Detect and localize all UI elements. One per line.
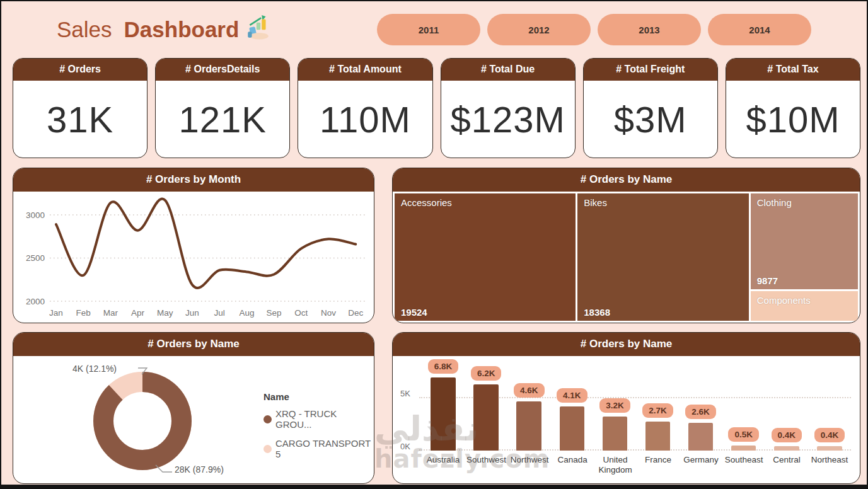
bar-value-label: 0.5K [728,427,759,442]
donut-callout-large-slice: 28K (87.9%) [175,464,224,475]
page-title-light: Sales [57,17,112,42]
legend-item-cargo-transport-5[interactable]: CARGO TRANSPORT 5 [263,438,374,459]
orders-by-month-line-chart: 300025002000JanFebMarAprMayJunJulAugSepO… [13,192,374,323]
svg-text:Jun: Jun [185,308,199,318]
bar-category-axis: AustraliaSouthwestNorthwestCanadaUnited … [422,455,851,475]
bar-value-label: 0.4K [814,428,845,442]
donut-legend: Name XRQ - TRUCK GROU... CARGO TRANSPORT… [263,391,374,468]
legend-dot-icon [263,415,272,423]
svg-text:Oct: Oct [294,308,308,318]
line-chart-title: # Orders by Month [13,168,374,192]
kpi-label: # Total Freight [584,59,717,81]
year-filter-group: 2011 2012 2013 2014 [377,14,811,45]
treemap-body: Accessories19524Bikes18368Clothing9877Co… [393,192,860,323]
bar-value-label: 4.6K [514,383,545,398]
kpi-card-orders: # Orders 31K [13,58,148,158]
bar-category-label: Canada [551,455,594,475]
kpi-card-total-tax: # Total Tax $10M [726,58,860,158]
svg-text:Aug: Aug [239,308,254,318]
treemap-block-value: 18368 [584,307,742,318]
bar-category-label: Germany [680,455,722,475]
bar-chart-panel: # Orders by Name 5K 0K 6.8K6.2K4.6K4.1K3… [392,332,860,484]
svg-text:3000: 3000 [26,210,45,220]
year-filter-2013[interactable]: 2013 [598,14,701,45]
kpi-card-ordersdetails: # OrdersDetails 121K [155,58,290,158]
bar-value-label: 0.4K [772,428,802,442]
bar-group-southeast: 0.5K [722,359,765,451]
line-chart-panel: # Orders by Month 300025002000JanFebMarA… [13,168,374,323]
line-chart-body: 300025002000JanFebMarAprMayJunJulAugSepO… [13,192,374,323]
kpi-row: # Orders 31K # OrdersDetails 121K # Tota… [1,58,867,158]
bar-group-germany: 2.6K [680,359,722,451]
donut-ring[interactable] [83,361,202,481]
bar-category-label: Australia [422,455,465,475]
bar-category-label: Northwest [508,455,551,475]
svg-text:Jan: Jan [49,308,63,318]
kpi-card-total-due: # Total Due $123M [441,58,576,158]
bar-category-label: United Kingdom [594,455,637,475]
treemap-panel: # Orders by Name Accessories19524Bikes18… [392,168,860,323]
bar[interactable] [645,422,670,451]
bar-category-label: Central [765,455,808,475]
treemap-block-value: 9877 [757,275,852,286]
bar-group-france: 2.7K [636,359,679,451]
bar-group-northwest: 4.6K [507,359,550,451]
bar[interactable] [603,417,627,451]
donut-chart-title: # Orders by Name [13,333,374,356]
bar-category-label: Northeast [808,455,851,475]
bar[interactable] [817,446,842,451]
bar-chart-title: # Orders by Name [393,333,860,356]
bar-group-united-kingdom: 3.2K [593,359,636,451]
treemap-block-accessories[interactable]: Accessories19524 [395,193,576,321]
bottom-row: # Orders by Name 4K (12.1%) 28K (87.9%) … [1,332,867,484]
orders-by-name-treemap: Accessories19524Bikes18368Clothing9877Co… [393,192,860,323]
kpi-value: 110M [298,81,432,158]
year-filter-2014[interactable]: 2014 [708,14,811,45]
bar-group-northeast: 0.4K [808,359,851,451]
svg-text:2000: 2000 [26,297,45,306]
bar-value-label: 2.7K [642,403,673,418]
legend-title: Name [263,391,374,402]
bar[interactable] [431,377,455,451]
donut-chart-body: 4K (12.1%) 28K (87.9%) Name XRQ - TRUCK … [13,356,374,483]
sales-chart-icon [245,14,272,45]
svg-text:Jul: Jul [214,308,225,318]
bar[interactable] [473,384,498,451]
svg-text:Feb: Feb [76,308,91,318]
legend-item-xrq-truck-group[interactable]: XRQ - TRUCK GROU... [263,408,374,430]
bar[interactable] [688,423,713,451]
treemap-block-components[interactable]: Components [751,291,858,321]
bar-group-southwest: 6.2K [465,359,507,451]
bar[interactable] [516,401,541,451]
treemap-block-label: Accessories [401,197,569,208]
donut-callout-small-slice: 4K (12.1%) [72,364,117,374]
bar-value-label: 6.2K [471,366,502,381]
kpi-value: 31K [13,81,147,158]
treemap-block-label: Components [757,295,852,306]
year-filter-2012[interactable]: 2012 [487,14,591,45]
bar[interactable] [731,446,756,451]
svg-text:Dec: Dec [348,308,363,318]
page-title-bold: Dashboard [124,17,240,42]
bar-ytick-0k: 0K [400,442,410,451]
svg-text:2500: 2500 [26,253,45,263]
year-filter-2011[interactable]: 2011 [377,14,480,45]
kpi-value: $10M [726,81,860,158]
bar-group-canada: 4.1K [550,359,593,451]
legend-item-label: CARGO TRANSPORT 5 [275,438,374,459]
bar[interactable] [774,446,799,451]
treemap-block-clothing[interactable]: Clothing9877 [751,193,858,289]
bar-value-label: 2.6K [685,405,716,419]
orders-by-name-donut: 4K (12.1%) 28K (87.9%) [32,360,259,483]
treemap-block-label: Bikes [584,197,742,208]
svg-text:Sep: Sep [267,308,282,318]
middle-row: # Orders by Month 300025002000JanFebMarA… [1,168,867,323]
bar[interactable] [560,406,584,451]
kpi-card-total-freight: # Total Freight $3M [583,58,718,158]
bar-group-central: 0.4K [765,359,808,451]
svg-text:Mar: Mar [103,308,119,318]
bar-value-label: 4.1K [557,388,587,403]
kpi-card-total-amount: # Total Amount 110M [298,58,432,158]
treemap-block-bikes[interactable]: Bikes18368 [577,193,748,321]
bar-category-label: Southwest [465,455,508,475]
